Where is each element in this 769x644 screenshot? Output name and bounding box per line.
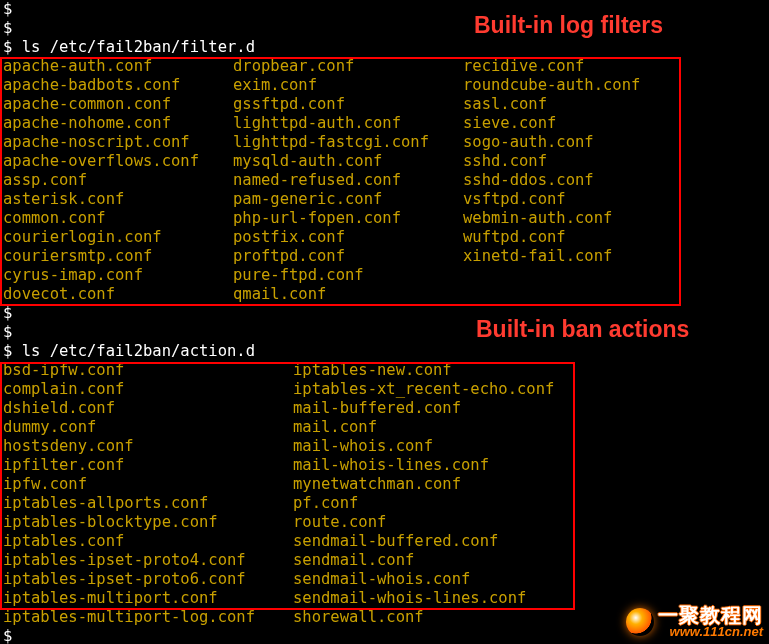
filter-listing: apache-auth.conf apache-badbots.conf apa… xyxy=(3,57,766,304)
file-entry: postfix.conf xyxy=(233,228,345,246)
file-entry: sieve.conf xyxy=(463,114,556,132)
file-entry: shorewall.conf xyxy=(293,608,424,626)
cwd-tilde xyxy=(12,342,21,360)
action-col-2: iptables-new.conf iptables-xt_recent-ech… xyxy=(293,361,554,627)
annotation-label-filters: Built-in log filters xyxy=(474,16,663,35)
file-entry: bsd-ipfw.conf xyxy=(3,361,124,379)
command-line-2: $ ls /etc/fail2ban/action.d xyxy=(3,342,766,361)
file-entry: dovecot.conf xyxy=(3,285,115,303)
file-entry: apache-overflows.conf xyxy=(3,152,199,170)
filter-col-1: apache-auth.conf apache-badbots.conf apa… xyxy=(3,57,233,304)
file-entry: couriersmtp.conf xyxy=(3,247,152,265)
file-entry: cyrus-imap.conf xyxy=(3,266,143,284)
prompt-symbol: $ xyxy=(3,19,12,37)
action-listing: bsd-ipfw.conf complain.conf dshield.conf… xyxy=(3,361,766,627)
file-entry: sendmail-buffered.conf xyxy=(293,532,498,550)
file-entry: mail.conf xyxy=(293,418,377,436)
file-entry: mysqld-auth.conf xyxy=(233,152,382,170)
file-entry: exim.conf xyxy=(233,76,317,94)
prompt-symbol: $ xyxy=(3,627,12,644)
file-entry: iptables-blocktype.conf xyxy=(3,513,218,531)
file-entry: sshd-ddos.conf xyxy=(463,171,594,189)
prompt-symbol: $ xyxy=(3,323,12,341)
file-entry: vsftpd.conf xyxy=(463,190,566,208)
file-entry: qmail.conf xyxy=(233,285,326,303)
file-entry: lighttpd-auth.conf xyxy=(233,114,401,132)
file-entry: recidive.conf xyxy=(463,57,584,75)
command-line-1: $ ls /etc/fail2ban/filter.d xyxy=(3,38,766,57)
file-entry: apache-badbots.conf xyxy=(3,76,180,94)
file-entry: dshield.conf xyxy=(3,399,115,417)
prompt-symbol: $ xyxy=(3,342,12,360)
file-entry: apache-common.conf xyxy=(3,95,171,113)
file-entry: pf.conf xyxy=(293,494,358,512)
file-entry: pam-generic.conf xyxy=(233,190,382,208)
file-entry: iptables.conf xyxy=(3,532,124,550)
file-entry: php-url-fopen.conf xyxy=(233,209,401,227)
file-entry: ipfilter.conf xyxy=(3,456,124,474)
filter-col-2: dropbear.conf exim.conf gssftpd.conf lig… xyxy=(233,57,463,304)
file-entry: mail-whois-lines.conf xyxy=(293,456,489,474)
file-entry: roundcube-auth.conf xyxy=(463,76,640,94)
watermark-line1: 一聚教程网 xyxy=(658,605,763,625)
command-text: ls xyxy=(22,38,41,56)
watermark: 一聚教程网 www.111cn.net xyxy=(626,605,763,638)
file-entry: sogo-auth.conf xyxy=(463,133,594,151)
file-entry: iptables-multiport-log.conf xyxy=(3,608,255,626)
prompt-symbol: $ xyxy=(3,0,12,18)
file-entry: assp.conf xyxy=(3,171,87,189)
file-entry: wuftpd.conf xyxy=(463,228,566,246)
file-entry: proftpd.conf xyxy=(233,247,345,265)
terminal-window[interactable]: $ $ $ ls /etc/fail2ban/filter.d apache-a… xyxy=(0,0,769,644)
file-entry: hostsdeny.conf xyxy=(3,437,134,455)
watermark-text: 一聚教程网 www.111cn.net xyxy=(658,605,763,638)
file-entry: common.conf xyxy=(3,209,106,227)
command-text: ls xyxy=(22,342,41,360)
file-entry: apache-auth.conf xyxy=(3,57,152,75)
cwd-tilde xyxy=(12,38,21,56)
file-entry: route.conf xyxy=(293,513,386,531)
command-path: /etc/fail2ban/filter.d xyxy=(50,38,255,56)
file-entry: dropbear.conf xyxy=(233,57,354,75)
file-entry: gssftpd.conf xyxy=(233,95,345,113)
file-entry: mynetwatchman.conf xyxy=(293,475,461,493)
file-entry: complain.conf xyxy=(3,380,124,398)
file-entry: sendmail-whois-lines.conf xyxy=(293,589,526,607)
file-entry: sendmail-whois.conf xyxy=(293,570,470,588)
file-entry: apache-nohome.conf xyxy=(3,114,171,132)
file-entry: sendmail.conf xyxy=(293,551,414,569)
filter-col-3: recidive.conf roundcube-auth.conf sasl.c… xyxy=(463,57,640,304)
file-entry: iptables-ipset-proto4.conf xyxy=(3,551,246,569)
file-entry: mail-whois.conf xyxy=(293,437,433,455)
file-entry: named-refused.conf xyxy=(233,171,401,189)
file-entry: webmin-auth.conf xyxy=(463,209,612,227)
file-entry: iptables-multiport.conf xyxy=(3,589,218,607)
watermark-line2: www.111cn.net xyxy=(658,625,763,638)
prompt-symbol: $ xyxy=(3,38,12,56)
file-entry: apache-noscript.conf xyxy=(3,133,190,151)
command-path: /etc/fail2ban/action.d xyxy=(50,342,255,360)
file-entry: mail-buffered.conf xyxy=(293,399,461,417)
file-entry: iptables-ipset-proto6.conf xyxy=(3,570,246,588)
file-entry: sasl.conf xyxy=(463,95,547,113)
file-entry: lighttpd-fastcgi.conf xyxy=(233,133,429,151)
file-entry: courierlogin.conf xyxy=(3,228,162,246)
file-entry: xinetd-fail.conf xyxy=(463,247,612,265)
file-entry: ipfw.conf xyxy=(3,475,87,493)
file-entry: iptables-new.conf xyxy=(293,361,452,379)
annotation-label-actions: Built-in ban actions xyxy=(476,320,689,339)
file-entry: iptables-allports.conf xyxy=(3,494,208,512)
watermark-logo-icon xyxy=(626,608,654,636)
action-col-1: bsd-ipfw.conf complain.conf dshield.conf… xyxy=(3,361,293,627)
prompt-symbol: $ xyxy=(3,304,12,322)
file-entry: dummy.conf xyxy=(3,418,96,436)
file-entry: iptables-xt_recent-echo.conf xyxy=(293,380,554,398)
file-entry: pure-ftpd.conf xyxy=(233,266,364,284)
file-entry: sshd.conf xyxy=(463,152,547,170)
file-entry: asterisk.conf xyxy=(3,190,124,208)
